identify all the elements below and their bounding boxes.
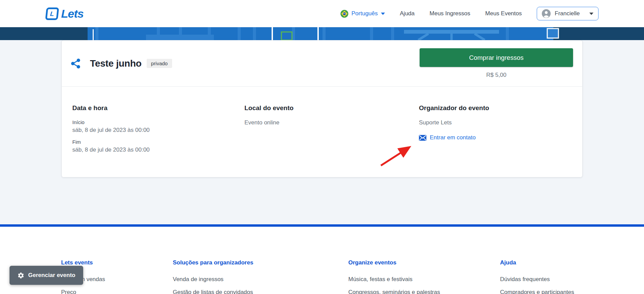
- manage-event-button[interactable]: Gerenciar evento: [10, 266, 83, 285]
- datetime-heading: Data e hora: [72, 104, 222, 112]
- buy-block: Comprar ingressos R$ 5,00: [420, 48, 573, 79]
- chevron-down-icon: [381, 13, 385, 15]
- organizer-heading: Organizador do evento: [419, 104, 568, 112]
- chevron-down-icon: [589, 13, 593, 15]
- nav-item-ajuda[interactable]: Ajuda: [400, 10, 415, 17]
- footer-column-ajuda: Ajuda Dúvidas frequentes Compradores e p…: [500, 259, 574, 294]
- footer-link[interactable]: Congressos, seminários e palestras: [348, 289, 440, 294]
- nav-item-meus-eventos[interactable]: Meus Eventos: [485, 10, 522, 17]
- organizer-value: Suporte Lets: [419, 119, 568, 126]
- footer-link[interactable]: Preço: [61, 289, 105, 294]
- footer-link[interactable]: Música, festas e festivais: [348, 276, 440, 283]
- lets-logo-icon: L: [45, 7, 59, 20]
- location-heading: Local do evento: [244, 104, 394, 112]
- footer-link[interactable]: Venda de ingressos: [173, 276, 253, 283]
- lets-logo-text: Lets: [61, 7, 84, 20]
- footer-heading[interactable]: Ajuda: [500, 259, 574, 266]
- start-value: sáb, 8 de jul de 2023 às 00:00: [72, 127, 222, 134]
- manage-event-label: Gerenciar evento: [28, 272, 75, 279]
- privacy-badge: privado: [147, 59, 172, 68]
- nav-item-meus-ingressos[interactable]: Meus Ingressos: [429, 10, 470, 17]
- location-section: Local do evento Evento online: [244, 104, 394, 132]
- footer-heading[interactable]: Soluções para organizadores: [173, 259, 253, 266]
- user-name: Francielle: [555, 10, 580, 17]
- footer-heading[interactable]: Lets events: [61, 259, 105, 266]
- footer: Lets events Fale com vendas Preço Soluçõ…: [0, 227, 644, 294]
- event-cover-banner: [0, 27, 644, 40]
- event-title: Teste junho: [90, 58, 142, 69]
- end-label: Fim: [72, 139, 222, 145]
- organizer-section: Organizador do evento Suporte Lets Entra…: [419, 104, 568, 141]
- footer-link[interactable]: Dúvidas frequentes: [500, 276, 574, 283]
- footer-link[interactable]: Compradores e participantes: [500, 289, 574, 294]
- ticket-price: R$ 5,00: [420, 72, 573, 79]
- footer-heading[interactable]: Organize eventos: [348, 259, 440, 266]
- footer-column-organize: Organize eventos Música, festas e festiv…: [348, 259, 440, 294]
- event-card-header: Teste junho privado Comprar ingressos R$…: [62, 40, 582, 87]
- contact-link-label: Entrar em contato: [430, 134, 476, 141]
- buy-tickets-button[interactable]: Comprar ingressos: [420, 48, 573, 67]
- brazil-flag-icon: [341, 10, 348, 18]
- end-value: sáb, 8 de jul de 2023 às 00:00: [72, 146, 222, 153]
- lets-logo[interactable]: L Lets: [46, 0, 84, 27]
- cover-illustration: [0, 27, 644, 40]
- gear-icon: [17, 272, 24, 279]
- header-nav: Português Ajuda Meus Ingressos Meus Even…: [341, 0, 599, 27]
- user-menu-button[interactable]: Francielle: [537, 7, 599, 20]
- event-card-details: Data e hora Início sáb, 8 de jul de 2023…: [62, 87, 582, 104]
- footer-divider-bar: [0, 224, 644, 227]
- contact-organizer-link[interactable]: Entrar em contato: [419, 134, 568, 141]
- language-label: Português: [351, 10, 378, 17]
- footer-column-solucoes: Soluções para organizadores Venda de ing…: [173, 259, 253, 294]
- top-navbar: L Lets Português Ajuda Meus Ingressos Me…: [0, 0, 644, 27]
- language-selector[interactable]: Português: [341, 10, 385, 18]
- datetime-section: Data e hora Início sáb, 8 de jul de 2023…: [72, 104, 222, 159]
- footer-link[interactable]: Gestão de listas de convidados: [173, 289, 253, 294]
- start-label: Início: [72, 119, 222, 125]
- location-value: Evento online: [244, 119, 394, 126]
- share-icon[interactable]: [71, 58, 81, 69]
- event-summary-card: Teste junho privado Comprar ingressos R$…: [61, 40, 583, 177]
- avatar-icon: [542, 9, 551, 18]
- envelope-icon: [419, 135, 426, 141]
